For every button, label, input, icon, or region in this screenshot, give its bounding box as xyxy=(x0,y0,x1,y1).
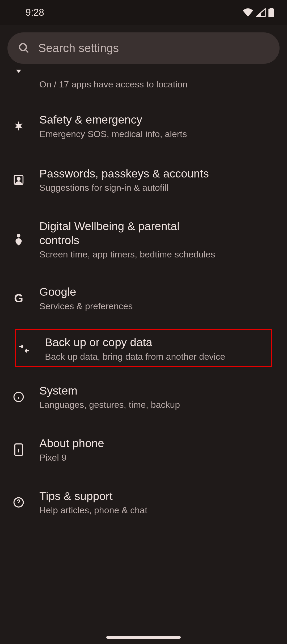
google-icon: G xyxy=(11,292,27,305)
nav-handle[interactable] xyxy=(106,636,181,639)
backup-sub: Back up data, bring data from another de… xyxy=(45,351,271,362)
google-sub: Services & preferences xyxy=(39,300,276,312)
search-settings[interactable]: Search settings xyxy=(7,32,280,64)
safety-title: Safety & emergency xyxy=(39,113,276,126)
safety-sub: Emergency SOS, medical info, alerts xyxy=(39,128,276,139)
setting-google[interactable]: G Google Services & preferences xyxy=(0,276,287,321)
system-title: System xyxy=(39,384,276,397)
wifi-icon xyxy=(242,8,254,17)
backup-title: Back up or copy data xyxy=(45,335,271,349)
search-placeholder: Search settings xyxy=(38,41,119,55)
help-icon xyxy=(11,497,27,508)
info-icon xyxy=(11,391,27,402)
setting-system[interactable]: System Languages, gestures, time, backup xyxy=(0,375,287,420)
wellbeing-icon xyxy=(11,233,27,246)
tips-title: Tips & support xyxy=(39,489,276,503)
sync-arrows-icon xyxy=(16,343,32,354)
tips-sub: Help articles, phone & chat xyxy=(39,505,276,516)
search-icon xyxy=(18,42,30,54)
passwords-title: Passwords, passkeys & accounts xyxy=(39,167,276,180)
highlight-box: Back up or copy data Back up data, bring… xyxy=(15,329,272,367)
about-sub: Pixel 9 xyxy=(39,452,276,463)
location-sub: On / 17 apps have access to location xyxy=(39,79,276,90)
svg-point-4 xyxy=(17,234,20,237)
setting-safety[interactable]: Safety & emergency Emergency SOS, medica… xyxy=(0,104,287,149)
phone-info-icon xyxy=(11,443,27,457)
svg-point-3 xyxy=(17,177,20,180)
status-icons xyxy=(242,8,274,17)
google-title: Google xyxy=(39,285,276,299)
location-icon xyxy=(11,70,27,73)
battery-icon xyxy=(268,8,274,17)
account-box-icon xyxy=(11,174,27,186)
setting-wellbeing[interactable]: Digital Wellbeing & parental controls Sc… xyxy=(0,210,287,269)
nav-bar xyxy=(0,636,287,639)
setting-passwords[interactable]: Passwords, passkeys & accounts Suggestio… xyxy=(0,158,287,202)
asterisk-icon xyxy=(11,120,27,132)
settings-list: On / 17 apps have access to location Saf… xyxy=(0,64,287,525)
setting-about[interactable]: About phone Pixel 9 xyxy=(0,427,287,472)
about-title: About phone xyxy=(39,436,276,450)
status-bar: 9:28 xyxy=(0,0,287,25)
setting-tips[interactable]: Tips & support Help articles, phone & ch… xyxy=(0,480,287,525)
svg-line-1 xyxy=(26,50,28,53)
passwords-sub: Suggestions for sign-in & autofill xyxy=(39,182,276,193)
signal-icon xyxy=(256,8,266,17)
svg-point-0 xyxy=(20,44,27,51)
system-sub: Languages, gestures, time, backup xyxy=(39,399,276,410)
wellbeing-sub: Screen time, app timers, bedtime schedul… xyxy=(39,249,276,260)
status-time: 9:28 xyxy=(26,7,44,18)
wellbeing-title: Digital Wellbeing & parental controls xyxy=(39,219,188,247)
setting-location[interactable]: On / 17 apps have access to location xyxy=(0,64,287,99)
setting-backup[interactable]: Back up or copy data Back up data, bring… xyxy=(16,330,271,366)
